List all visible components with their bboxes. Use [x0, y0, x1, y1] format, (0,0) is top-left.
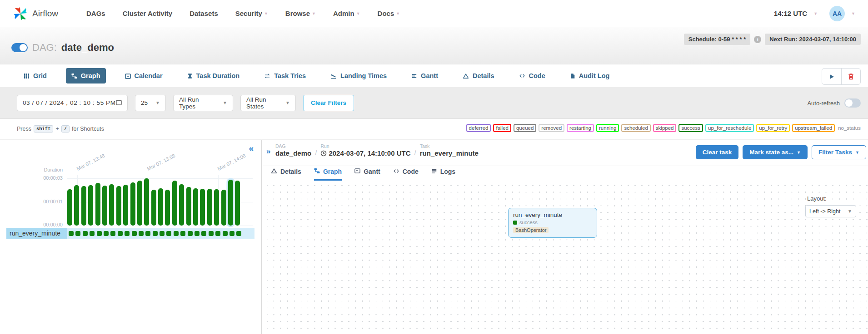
auto-refresh-toggle[interactable]: [844, 98, 861, 108]
breadcrumb-task-value[interactable]: run_every_minute: [420, 149, 479, 157]
page-size-select[interactable]: 25 ▼: [135, 95, 166, 111]
run-bar[interactable]: [235, 181, 240, 226]
filter-tasks-button[interactable]: Filter Tasks ▼: [812, 145, 866, 159]
avatar[interactable]: AA: [829, 6, 845, 21]
task-instance-square[interactable]: [153, 231, 158, 236]
nav-item-security[interactable]: Security▼: [235, 10, 268, 17]
run-bar[interactable]: [200, 189, 205, 226]
expand-panel-icon[interactable]: »: [266, 147, 270, 156]
dag-pause-toggle[interactable]: [11, 43, 28, 52]
nav-item-admin[interactable]: Admin▼: [333, 10, 360, 17]
run-bar[interactable]: [109, 184, 114, 226]
run-bar[interactable]: [193, 188, 198, 226]
task-instance-square[interactable]: [118, 231, 123, 236]
run-types-select[interactable]: All Run Types ▼: [173, 95, 233, 111]
tab-label: Details: [473, 72, 494, 79]
run-bar[interactable]: [123, 185, 128, 226]
run-bar[interactable]: [137, 181, 142, 226]
tab-task-duration[interactable]: Task Duration: [182, 68, 245, 84]
tab-code[interactable]: Code: [514, 68, 551, 84]
run-bar[interactable]: [207, 189, 212, 226]
detail-tab-gantt[interactable]: Gantt: [354, 168, 380, 181]
tab-label: Graph: [323, 168, 342, 175]
task-instance-square[interactable]: [104, 231, 109, 236]
task-instance-square[interactable]: [209, 231, 214, 236]
detail-tab-details[interactable]: Details: [271, 168, 301, 181]
task-instance-square[interactable]: [166, 231, 171, 236]
run-bar[interactable]: [130, 182, 135, 226]
run-bar[interactable]: [186, 187, 191, 226]
run-bar[interactable]: [81, 186, 86, 226]
task-instance-square[interactable]: [83, 231, 88, 236]
task-instance-square[interactable]: [174, 231, 179, 236]
task-instance-square[interactable]: [125, 231, 130, 236]
graph-canvas[interactable]: run_every_minute success BashOperator La…: [267, 184, 868, 334]
nav-item-docs[interactable]: Docs▼: [378, 10, 400, 17]
clock-dropdown[interactable]: 14:12 UTC: [774, 10, 807, 17]
tab-audit-log[interactable]: Audit Log: [564, 68, 615, 84]
run-bar[interactable]: [158, 188, 163, 226]
tab-details[interactable]: Details: [457, 68, 500, 84]
task-instance-square[interactable]: [229, 231, 234, 236]
run-bar[interactable]: [88, 185, 93, 226]
breadcrumb-dag-value[interactable]: date_demo: [275, 149, 311, 157]
layout-select[interactable]: Left -> Right ▼: [805, 205, 856, 217]
base-date-input[interactable]: 03 / 07 / 2024 , 02 : 10 : 55 PM: [17, 95, 128, 111]
tab-graph[interactable]: Graph: [66, 68, 106, 84]
run-bar[interactable]: [172, 181, 177, 226]
airflow-brand[interactable]: Airflow: [13, 6, 58, 21]
tab-calendar[interactable]: Calendar: [120, 68, 168, 84]
task-instance-square[interactable]: [188, 231, 193, 236]
clear-filters-button[interactable]: Clear Filters: [303, 95, 354, 111]
task-instance-square[interactable]: [160, 231, 165, 236]
run-bar[interactable]: [144, 178, 149, 226]
breadcrumb-run-value[interactable]: 2024-03-07, 14:10:00 UTC: [320, 149, 410, 157]
task-instance-square[interactable]: [75, 231, 80, 236]
task-instance-square[interactable]: [90, 231, 95, 236]
collapse-panel-icon[interactable]: «: [249, 143, 254, 153]
task-instance-square[interactable]: [236, 231, 241, 236]
task-instance-square[interactable]: [180, 231, 185, 236]
run-bar[interactable]: [214, 189, 219, 226]
trigger-dag-button[interactable]: [822, 69, 841, 84]
task-instance-square[interactable]: [139, 231, 144, 236]
clear-task-button[interactable]: Clear task: [696, 145, 739, 159]
nav-item-dags[interactable]: DAGs: [86, 10, 105, 17]
delete-dag-button[interactable]: [841, 69, 860, 84]
detail-tab-logs[interactable]: Logs: [431, 168, 455, 181]
task-name-cell[interactable]: run_every_minute: [6, 228, 67, 239]
task-instance-square[interactable]: [215, 231, 220, 236]
tab-gantt[interactable]: Gantt: [406, 68, 444, 84]
task-instance-square[interactable]: [110, 231, 115, 236]
nav-item-datasets[interactable]: Datasets: [190, 10, 218, 17]
task-instance-square[interactable]: [97, 231, 102, 236]
run-states-select[interactable]: All Run States ▼: [240, 95, 296, 111]
task-instance-square[interactable]: [132, 231, 137, 236]
detail-tab-code[interactable]: Code: [393, 168, 419, 181]
run-bar[interactable]: [74, 185, 79, 226]
run-bar[interactable]: [151, 190, 156, 226]
run-bar[interactable]: [116, 186, 121, 226]
nav-item-browse[interactable]: Browse▼: [285, 10, 316, 17]
run-bar[interactable]: [95, 183, 100, 226]
tab-grid[interactable]: Grid: [18, 68, 52, 84]
run-bar[interactable]: [102, 186, 107, 226]
tab-landing-times[interactable]: Landing Times: [325, 68, 392, 84]
mark-state-button[interactable]: Mark state as... ▼: [743, 145, 808, 159]
detail-tab-graph[interactable]: Graph: [314, 168, 342, 181]
tab-task-tries[interactable]: Task Tries: [259, 68, 311, 84]
run-bar[interactable]: [221, 190, 226, 226]
task-instance-square[interactable]: [195, 231, 200, 236]
task-node-run-every-minute[interactable]: run_every_minute success BashOperator: [508, 208, 597, 238]
task-instance-square[interactable]: [145, 231, 150, 236]
run-bar[interactable]: [165, 190, 170, 226]
task-instance-square[interactable]: [69, 231, 74, 236]
task-instance-square[interactable]: [223, 231, 228, 236]
info-icon[interactable]: i: [754, 36, 761, 43]
run-bar[interactable]: [228, 180, 233, 226]
chevron-down-icon: ▼: [797, 150, 801, 155]
run-bar[interactable]: [179, 184, 184, 226]
nav-item-cluster-activity[interactable]: Cluster Activity: [123, 10, 172, 17]
run-bar[interactable]: [67, 189, 72, 226]
task-instance-square[interactable]: [201, 231, 206, 236]
